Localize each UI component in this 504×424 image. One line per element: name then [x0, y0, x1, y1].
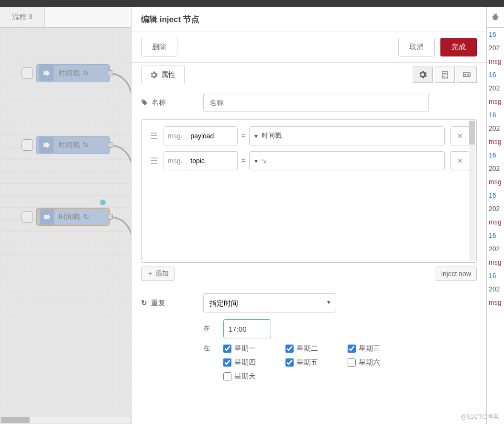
delete-button[interactable]: 删除 [141, 38, 177, 56]
day-mon[interactable]: 星期一 [223, 344, 285, 353]
debug-line: 202 [487, 282, 504, 296]
output-port[interactable] [107, 214, 113, 220]
output-port[interactable] [108, 142, 113, 148]
watermark: @51CTO博客 [460, 413, 499, 421]
flow-canvas[interactable]: 时间戳↻ 时间戳↻ 时间戳↻ [0, 28, 131, 424]
msg-prefix: msg. [164, 152, 186, 170]
debug-line: msg [487, 95, 504, 108]
days-grid: 星期一 星期二 星期三 星期四 星期五 星期六 星期天 [223, 344, 424, 386]
value-type-select[interactable]: ▾ 时间戳 [249, 126, 445, 145]
drag-handle[interactable]: ☰ [148, 154, 160, 168]
node-select-box[interactable] [22, 211, 33, 223]
debug-line: 16 [487, 269, 504, 282]
flow-workspace: 流程 3 时间戳↻ 时间戳↻ [0, 7, 131, 424]
debug-line: 202 [487, 41, 504, 55]
property-row: ☰ msg. = ▾ 时间戳 ✕ [148, 126, 470, 145]
msg-prefix: msg. [164, 127, 186, 145]
inject-node[interactable]: 时间戳↻ [22, 135, 110, 155]
edit-panel: 编辑 inject 节点 删除 取消 完成 属性 名称 [131, 7, 487, 424]
repeat-label: 重复 [151, 299, 165, 308]
debug-line: 202 [487, 202, 504, 215]
svg-point-7 [493, 15, 497, 19]
node-label: 时间戳 [58, 69, 80, 78]
flow-tab[interactable]: 流程 3 [0, 7, 45, 27]
add-button[interactable]: ＋添加 [141, 267, 175, 281]
debug-line: msg [487, 215, 504, 229]
debug-line: 16 [487, 189, 504, 202]
repeat-select[interactable]: 指定时间 [203, 293, 336, 312]
debug-line: msg [487, 296, 504, 309]
day-sat[interactable]: 星期六 [348, 358, 410, 367]
debug-line: 202 [487, 122, 504, 135]
debug-line: 202 [487, 81, 504, 95]
tab-description-icon[interactable] [435, 67, 455, 83]
node-select-box[interactable] [22, 67, 33, 79]
inject-node-selected[interactable]: 时间戳↻ [22, 207, 110, 226]
remove-row-button[interactable]: ✕ [450, 126, 470, 145]
svg-rect-4 [463, 73, 470, 77]
cancel-button[interactable]: 取消 [398, 38, 435, 56]
h-scrollbar[interactable] [1, 417, 130, 423]
day-tue[interactable]: 星期二 [285, 344, 348, 353]
property-row: ☰ msg. = ▾ ᵃz ✕ [148, 151, 470, 170]
plus-icon: ＋ [147, 269, 153, 278]
day-wed[interactable]: 星期三 [348, 344, 410, 353]
debug-line: 202 [487, 242, 504, 256]
repeat-icon: ↻ [83, 69, 89, 78]
equals: = [241, 132, 245, 140]
equals: = [241, 157, 245, 165]
tag-icon [141, 99, 148, 106]
changed-dot [99, 199, 106, 206]
debug-line: 16 [487, 28, 504, 41]
done-button[interactable]: 完成 [440, 38, 477, 56]
day-thu[interactable]: 星期四 [223, 358, 285, 367]
property-name-input[interactable] [186, 127, 227, 145]
bug-icon [491, 13, 500, 22]
day-fri[interactable]: 星期五 [285, 358, 348, 367]
repeat-icon: ↻ [141, 299, 147, 307]
svg-rect-5 [465, 74, 466, 76]
tab-appearance-icon[interactable] [457, 67, 477, 83]
node-label: 时间戳 [58, 141, 80, 150]
name-label: 名称 [152, 98, 166, 107]
debug-line: msg [487, 55, 504, 68]
svg-rect-6 [468, 74, 469, 76]
tab-properties[interactable]: 属性 [141, 66, 185, 84]
property-list: ☰ msg. = ▾ 时间戳 ✕ ☰ msg. [141, 119, 477, 263]
debug-line: 16 [487, 68, 504, 81]
debug-line: 16 [487, 108, 504, 122]
repeat-icon: ↻ [83, 212, 89, 221]
tab-settings-icon[interactable] [413, 67, 433, 83]
remove-row-button[interactable]: ✕ [450, 151, 470, 170]
at-label: 在 [203, 344, 216, 353]
caret-down-icon: ▾ [254, 132, 258, 140]
inject-node[interactable]: 时间戳↻ [22, 64, 110, 83]
gear-icon [150, 71, 157, 78]
debug-line: 16 [487, 148, 504, 162]
repeat-icon: ↻ [83, 141, 89, 149]
day-sun[interactable]: 星期天 [223, 372, 285, 381]
editor-title: 编辑 inject 节点 [131, 7, 486, 32]
node-label: 时间戳 [59, 212, 80, 222]
node-select-box[interactable] [22, 139, 33, 151]
debug-line: msg [487, 256, 504, 269]
property-name-input[interactable] [186, 152, 227, 170]
caret-down-icon: ▾ [254, 157, 258, 165]
time-input[interactable] [223, 319, 271, 338]
value-type-select[interactable]: ▾ ᵃz [249, 151, 445, 170]
at-label: 在 [203, 324, 216, 333]
debug-sidebar: 16 202 msg 16 202 msg 16 202 msg 16 202 … [487, 7, 504, 424]
debug-line: msg [487, 135, 504, 148]
name-input[interactable] [203, 93, 429, 112]
list-scrollbar[interactable] [469, 121, 475, 261]
debug-line: 16 [487, 229, 504, 242]
debug-line: 202 [487, 162, 504, 175]
drag-handle[interactable]: ☰ [148, 129, 160, 143]
inject-now-button[interactable]: inject now [436, 267, 477, 281]
debug-tab[interactable] [487, 7, 504, 28]
output-port[interactable] [108, 70, 113, 76]
debug-line: msg [487, 175, 504, 189]
